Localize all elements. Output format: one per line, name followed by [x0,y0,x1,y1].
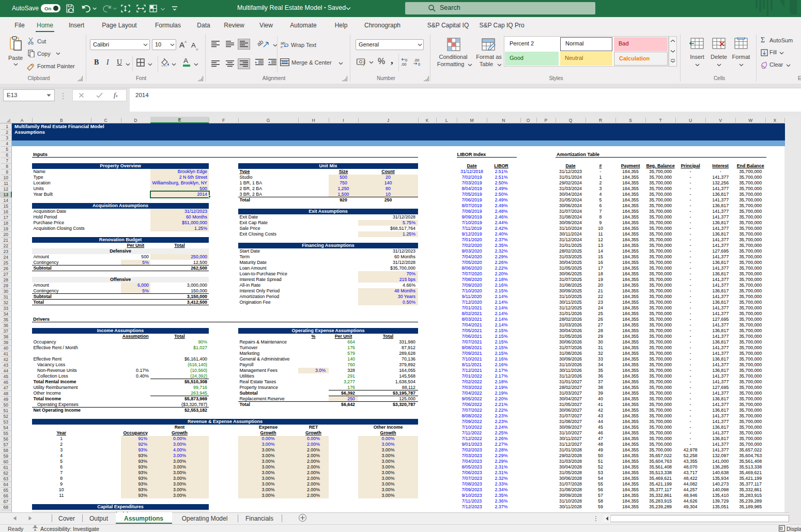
svg-text:c: c [281,44,283,49]
svg-text:.00: .00 [401,62,406,66]
svg-text:0: 0 [418,62,420,66]
